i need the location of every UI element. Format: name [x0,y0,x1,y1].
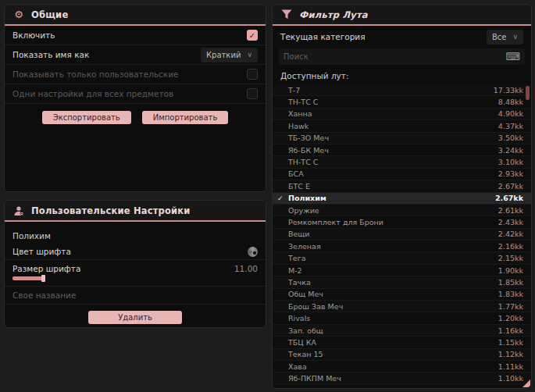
loot-item-price: 1.10kk [498,374,523,383]
font-size-label: Размер шрифта [12,264,80,273]
custom-name-input[interactable] [5,287,266,305]
loot-item-name: Ремкомплект для Брони [288,218,498,226]
import-button[interactable]: Импортировать [142,111,229,124]
custom-settings-header: Пользовательские Настройки [5,201,266,222]
font-color-label: Цвет шрифта [12,247,71,256]
user-settings-icon [12,205,25,217]
loot-item-name: ТБ-ЗО Меч [288,134,498,142]
loot-item-row[interactable]: Яб-ПКПМ Меч1.10kk [273,372,531,384]
loot-item-row[interactable]: Т-717.33kk [273,84,531,96]
loot-item-row[interactable]: Hawk4.37kk [273,120,531,132]
loot-item-row[interactable]: Общ Меч1.83kk [273,289,531,301]
loot-item-price: 1.85kk [498,278,523,287]
name-display-combo[interactable]: Краткий ∨ [201,48,258,62]
loot-item-row[interactable]: БСА2.93kk [273,169,531,180]
loot-item-row[interactable]: ТБ-ЗО Меч3.50kk [273,133,531,144]
loot-item-name: Яб-БК Меч [288,146,498,155]
general-panel-header: ⚙ Общие [5,5,266,26]
loot-item-name: ТН-ТС С [288,98,498,106]
font-color-row: Цвет шрифта [5,244,266,260]
loot-item-row[interactable]: ТН-ТС С3.10kk [273,156,531,168]
loot-item-row[interactable]: Ханна4.90kk [273,109,531,120]
loot-item-name: Полихим [288,194,495,202]
loot-item-row[interactable]: БТС Е2.67kk [273,180,531,192]
category-label: Текущая категория [280,32,366,41]
loot-item-price: 2.67kk [495,194,523,202]
category-row: Текущая категория Все ∨ [273,26,531,48]
loot-item-row[interactable]: Тачка1.85kk [273,276,531,288]
slider-grab[interactable] [41,275,45,282]
loot-item-row[interactable]: Яб-БК Меч3.24kk [273,144,531,156]
loot-item-row[interactable]: Текан 151.12kk [273,349,531,361]
loot-item-row[interactable]: М-21.90kk [273,265,531,276]
loot-item-price: 17.33kk [494,86,523,94]
loot-item-row[interactable]: Вещи2.42kk [273,229,531,241]
available-loot-label: Доступный лут: [273,69,531,84]
loot-item-price: 8.48kk [498,98,523,106]
enable-row: Включить ✓ [5,26,266,45]
show-custom-only-checkbox[interactable] [247,69,258,80]
delete-row: Удалить [5,305,266,329]
custom-settings-title: Пользовательские Настройки [31,205,191,216]
loot-item-row[interactable]: Оружие2.61kk [273,205,531,216]
loot-item-price: 3.10kk [498,158,523,166]
search-field[interactable]: ⌨ [279,48,525,65]
loot-item-price: 2.15kk [498,254,523,262]
name-display-label: Показать имя как [12,50,89,59]
loot-item-row[interactable]: ТН-ТС С8.48kk [273,96,531,108]
loot-filter-title: Фильтр Лута [299,9,368,20]
loot-list: Т-717.33kkТН-ТС С8.48kkХанна4.90kkHawk4.… [273,84,531,385]
loot-item-price: 4.90kk [498,109,523,118]
loot-item-price: 1.11kk [498,362,523,371]
loot-item-row[interactable]: ✓Полихим2.67kk [273,193,531,205]
loot-item-row[interactable]: Брош Зав Меч1.77kk [273,301,531,312]
filter-icon [280,9,293,21]
loot-item-name: Rivals [288,314,498,323]
palette-icon[interactable] [248,247,258,257]
loot-item-name: Общ Меч [288,290,498,298]
loot-item-price: 1.12kk [498,350,523,358]
name-display-combo-value: Краткий [206,51,241,59]
custom-settings-panel: Пользовательские Настройки Полихим Цвет … [4,200,266,328]
loot-item-name: Hawk [288,122,498,130]
enable-checkbox[interactable]: ✓ [247,30,258,41]
loot-item-row[interactable]: Rivals1.20kk [273,312,531,324]
loot-item-price: 1.20kk [498,314,523,323]
loot-item-price: 2.16kk [498,242,523,251]
slider-fill [12,276,44,280]
loot-item-price: 3.24kk [498,146,523,155]
gear-icon: ⚙ [12,9,25,21]
loot-item-row[interactable]: Зап. общ1.16kk [273,325,531,337]
loot-item-price: 2.93kk [498,169,523,178]
keyboard-icon[interactable]: ⌨ [505,52,520,62]
loot-item-name: Яб-ПКПМ Меч [288,374,498,383]
export-import-row: Экспортировать Импортировать [5,104,266,131]
search-input[interactable] [284,52,505,61]
loot-item-name: Тачка [288,278,498,287]
loot-item-name: БТС Е [288,182,498,191]
loot-item-price: 1.16kk [498,326,523,335]
export-button[interactable]: Экспортировать [42,111,131,124]
delete-button[interactable]: Удалить [88,311,182,324]
scrollbar-thumb[interactable] [526,86,530,100]
same-settings-checkbox[interactable] [247,88,258,99]
loot-item-row[interactable]: ТБЦ КА1.15kk [273,337,531,348]
loot-item-price: 1.83kk [498,290,523,298]
chevron-down-icon: ∨ [512,33,518,41]
loot-filter-header: Фильтр Лута [273,5,531,26]
loot-item-row[interactable]: Тега2.15kk [273,252,531,264]
loot-item-name: Текан 15 [288,350,498,358]
loot-item-row[interactable]: Ремкомплект для Брони2.43kk [273,216,531,228]
loot-item-row[interactable]: Хава1.11kk [273,361,531,372]
loot-item-name: Брош Зав Меч [288,302,498,311]
category-combo[interactable]: Все ∨ [487,30,523,45]
font-size-value: 11.00 [234,264,258,273]
loot-item-name: Ханна [288,109,498,118]
resize-grip-icon[interactable] [523,380,530,387]
loot-item-price: 1.15kk [498,338,523,347]
loot-item-price: 2.42kk [498,230,523,238]
loot-item-row[interactable]: Зеленая2.16kk [273,241,531,252]
font-size-slider[interactable] [5,275,266,287]
show-custom-only-row: Показывать только пользовательские [5,65,266,84]
loot-item-price: 4.37kk [498,122,523,130]
